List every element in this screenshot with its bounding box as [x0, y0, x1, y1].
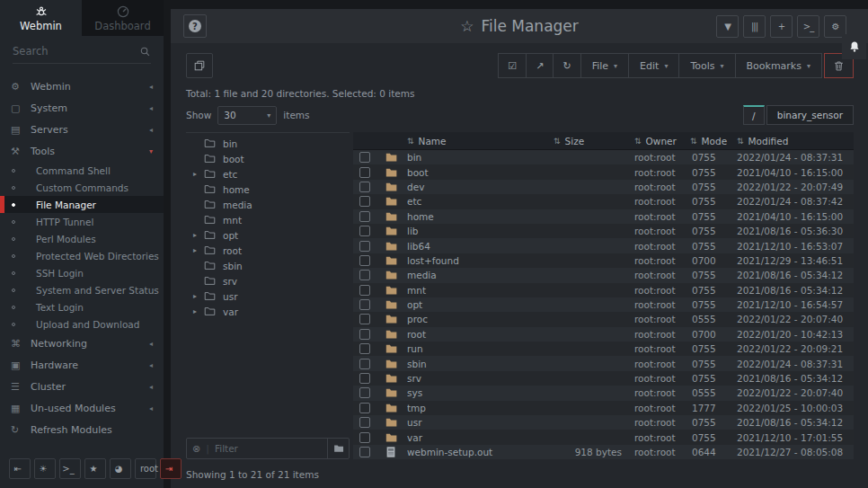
sidebar-menu-item[interactable]: ▦ Un-used Modules ◂ — [0, 397, 164, 419]
sidebar-subitem[interactable]: Custom Commands — [0, 179, 164, 196]
row-checkbox[interactable] — [359, 167, 370, 178]
file-name[interactable]: media — [407, 270, 554, 280]
file-name[interactable]: usr — [407, 417, 554, 428]
row-checkbox[interactable] — [359, 226, 370, 236]
table-row[interactable]: media root:root 0755 2021/08/16 - 05:34:… — [353, 268, 854, 282]
row-checkbox[interactable] — [359, 329, 370, 340]
file-name[interactable]: sbin — [407, 359, 554, 369]
tab-webmin[interactable]: Webmin — [0, 0, 82, 36]
table-row[interactable]: webmin-setup.out 918 bytes root:root 064… — [353, 445, 854, 459]
expand-arrow-icon[interactable]: ▸ — [193, 292, 204, 300]
header-action-button[interactable]: ||| — [743, 15, 766, 38]
sidebar-menu-item[interactable]: ↻ Refresh Modules — [0, 419, 164, 440]
header-action-button[interactable]: >_ — [797, 15, 819, 38]
clear-filter-icon[interactable]: ⊗ — [187, 443, 206, 455]
table-row[interactable]: lib64 root:root 0755 2021/12/10 - 16:53:… — [353, 238, 854, 253]
tree-item[interactable]: ▸ mnt — [186, 212, 350, 227]
row-checkbox[interactable] — [359, 211, 370, 222]
expand-arrow-icon[interactable]: ▸ — [193, 246, 204, 254]
breadcrumb-root[interactable]: / — [743, 105, 765, 125]
sidebar-footer-button[interactable]: ◕ — [110, 458, 131, 479]
table-row[interactable]: boot root:root 0755 2021/04/10 - 16:15:0… — [353, 164, 854, 179]
toolbar-menu-button[interactable]: Tools ▾ — [678, 53, 735, 78]
expand-arrow-icon[interactable]: ▸ — [193, 231, 204, 239]
table-row[interactable]: dev root:root 0755 2022/01/22 - 20:07:49 — [353, 180, 854, 194]
refresh-button[interactable]: ↻ — [553, 53, 580, 78]
paste-buffer-button[interactable] — [186, 53, 213, 78]
sidebar-menu-item[interactable]: ⌘ Networking ◂ — [0, 333, 164, 354]
row-checkbox[interactable] — [359, 432, 370, 443]
file-name[interactable]: root — [407, 329, 554, 340]
row-checkbox[interactable] — [359, 270, 370, 280]
sidebar-menu-item[interactable]: ⚒ Tools ▾ — [0, 140, 164, 162]
favorite-star-icon[interactable]: ☆ — [460, 17, 474, 35]
table-row[interactable]: usr root:root 0755 2021/08/16 - 05:34:12 — [353, 415, 854, 430]
tree-item[interactable]: ▸ opt — [186, 227, 350, 243]
breadcrumb-segment[interactable]: binary_sensor — [766, 105, 854, 125]
table-row[interactable]: lib root:root 0755 2021/08/16 - 05:36:30 — [353, 224, 854, 238]
row-checkbox[interactable] — [359, 299, 370, 310]
file-name[interactable]: run — [407, 343, 554, 354]
table-row[interactable]: sbin root:root 0755 2022/01/24 - 08:37:3… — [353, 356, 854, 370]
table-row[interactable]: lost+found root:root 0700 2021/12/29 - 1… — [353, 253, 854, 268]
sidebar-menu-item[interactable]: ▣ Hardware ◂ — [0, 354, 164, 376]
toolbar-menu-button[interactable]: File ▾ — [580, 53, 629, 78]
table-row[interactable]: bin root:root 0755 2022/01/24 - 08:37:31 — [353, 150, 854, 164]
row-checkbox[interactable] — [359, 255, 370, 266]
row-checkbox[interactable] — [359, 403, 370, 413]
file-name[interactable]: boot — [407, 167, 554, 178]
help-button[interactable]: ? — [183, 14, 207, 38]
export-button[interactable]: ↗ — [526, 53, 554, 78]
table-row[interactable]: proc root:root 0555 2022/01/22 - 20:07:4… — [353, 312, 854, 326]
file-name[interactable]: tmp — [407, 403, 554, 413]
sidebar-menu-item[interactable]: ⚙ Webmin ◂ — [0, 75, 164, 97]
tree-item[interactable]: ▸ root — [186, 243, 350, 258]
table-row[interactable]: srv root:root 0755 2021/08/16 - 05:34:12 — [353, 371, 854, 386]
filter-input[interactable] — [209, 443, 327, 454]
sidebar-subitem[interactable]: Protected Web Directories — [0, 247, 164, 264]
table-row[interactable]: home root:root 0755 2021/04/10 - 16:15:0… — [353, 209, 854, 224]
tree-item[interactable]: ▸ sbin — [186, 258, 350, 273]
sidebar-subitem[interactable]: Text Login — [0, 298, 164, 315]
sidebar-subitem[interactable]: Perl Modules — [0, 230, 164, 247]
file-name[interactable]: home — [407, 211, 554, 222]
sidebar-footer-button[interactable]: ⇤ — [9, 458, 31, 479]
file-name[interactable]: proc — [407, 314, 554, 324]
row-checkbox[interactable] — [359, 196, 370, 207]
sidebar-footer-button[interactable]: ⇥ — [160, 458, 182, 479]
expand-arrow-icon[interactable]: ▸ — [193, 307, 204, 315]
sidebar-subitem[interactable]: System and Server Status — [0, 281, 164, 298]
table-row[interactable]: root root:root 0700 2022/01/20 - 10:42:1… — [353, 327, 854, 342]
column-header-owner[interactable]: ⇅Owner — [634, 136, 690, 146]
row-checkbox[interactable] — [359, 343, 370, 354]
tree-item[interactable]: ▸ usr — [186, 288, 350, 304]
table-row[interactable]: run root:root 0755 2022/01/22 - 20:09:21 — [353, 342, 854, 356]
toolbar-menu-button[interactable]: Edit ▾ — [628, 53, 679, 78]
tree-item[interactable]: ▸ boot — [186, 151, 350, 166]
table-row[interactable]: sys root:root 0555 2022/01/22 - 20:07:40 — [353, 386, 854, 400]
file-name[interactable]: var — [407, 432, 554, 443]
file-name[interactable]: dev — [407, 182, 554, 192]
toolbar-menu-button[interactable]: Bookmarks ▾ — [735, 53, 822, 78]
table-row[interactable]: tmp root:root 1777 2022/01/25 - 10:00:03 — [353, 401, 854, 415]
file-name[interactable]: etc — [407, 196, 554, 207]
select-all-button[interactable]: ☑ — [498, 53, 527, 78]
row-checkbox[interactable] — [359, 359, 370, 369]
sidebar-subitem[interactable]: Upload and Download — [0, 315, 164, 333]
tree-item[interactable]: ▸ home — [186, 182, 350, 197]
column-header-name[interactable]: ⇅Name — [407, 136, 554, 146]
tree-item[interactable]: ▸ etc — [186, 166, 350, 182]
search-input[interactable] — [13, 41, 151, 64]
tab-dashboard[interactable]: Dashboard — [82, 0, 164, 36]
table-row[interactable]: opt root:root 0755 2021/12/10 - 16:54:57 — [353, 297, 854, 312]
row-checkbox[interactable] — [359, 285, 370, 296]
sidebar-footer-button[interactable]: root — [135, 458, 156, 479]
sidebar-subitem[interactable]: Command Shell — [0, 162, 164, 179]
column-header-size[interactable]: ⇅Size — [554, 136, 634, 146]
sidebar-footer-button[interactable]: ★ — [84, 458, 106, 479]
notifications-toggle[interactable] — [842, 34, 866, 59]
file-name[interactable]: webmin-setup.out — [407, 447, 554, 457]
row-checkbox[interactable] — [359, 387, 370, 398]
file-name[interactable]: sys — [407, 387, 554, 398]
header-action-button[interactable]: + — [770, 15, 793, 38]
